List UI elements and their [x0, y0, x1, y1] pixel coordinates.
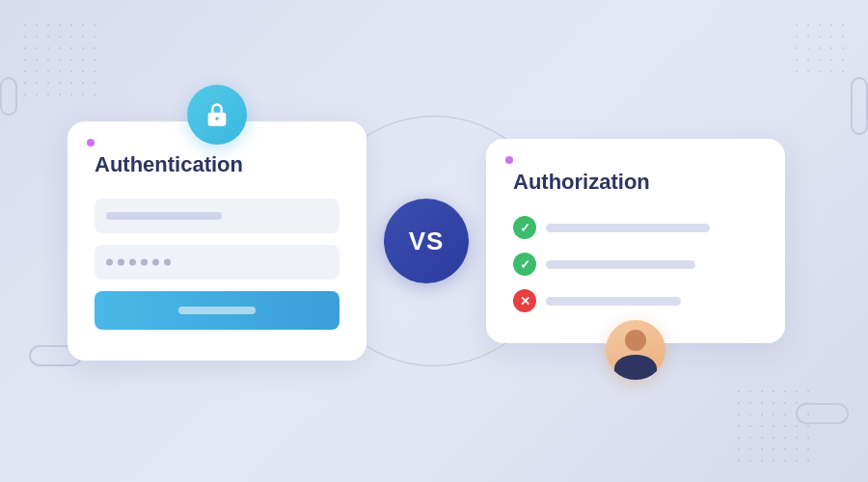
authentication-card: Authentication — [68, 121, 366, 361]
auth-card-dot — [87, 139, 95, 147]
login-button-bar — [178, 307, 256, 314]
decorative-dots-topright — [791, 19, 849, 77]
lock-icon — [203, 101, 231, 128]
password-field — [95, 245, 339, 280]
avatar-head — [625, 330, 646, 351]
decorative-rect-bottomright — [796, 403, 849, 424]
dot4 — [141, 259, 148, 266]
authz-card-dot — [505, 156, 513, 164]
dot6 — [164, 259, 171, 266]
authz-permission-list: ✓ ✓ ✕ — [513, 216, 758, 312]
authz-bar-2 — [546, 260, 695, 269]
check-allowed-icon-1: ✓ — [513, 216, 536, 239]
decorative-rect-topleft — [0, 77, 17, 116]
vs-label: VS — [409, 227, 445, 256]
cards-wrapper: Authentication VS Authorization — [68, 121, 800, 361]
authorization-card: Authorization ✓ ✓ ✕ — [486, 139, 785, 343]
decorative-rect-right — [851, 77, 868, 135]
check-allowed-icon-2: ✓ — [513, 253, 536, 276]
check-denied-icon-3: ✕ — [513, 289, 536, 312]
username-field — [95, 199, 339, 233]
avatar-bubble — [606, 320, 665, 380]
dot3 — [129, 259, 136, 266]
authz-card-title: Authorization — [513, 170, 758, 195]
login-button[interactable] — [95, 291, 339, 330]
vs-badge: VS — [384, 199, 469, 283]
dot5 — [152, 259, 159, 266]
password-dots — [106, 259, 171, 266]
authz-item-2: ✓ — [513, 253, 758, 276]
lock-bubble — [187, 85, 247, 145]
dot2 — [118, 259, 124, 266]
authz-item-1: ✓ — [513, 216, 758, 239]
decorative-dots-bottomright — [733, 386, 810, 463]
avatar-body — [614, 355, 657, 380]
authz-bar-1 — [546, 224, 710, 232]
authz-bar-3 — [546, 297, 681, 306]
auth-card-title: Authentication — [95, 152, 339, 177]
decorative-dots-topleft — [19, 19, 96, 96]
authz-item-3: ✕ — [513, 289, 758, 312]
dot1 — [106, 259, 113, 266]
username-bar — [106, 212, 222, 220]
